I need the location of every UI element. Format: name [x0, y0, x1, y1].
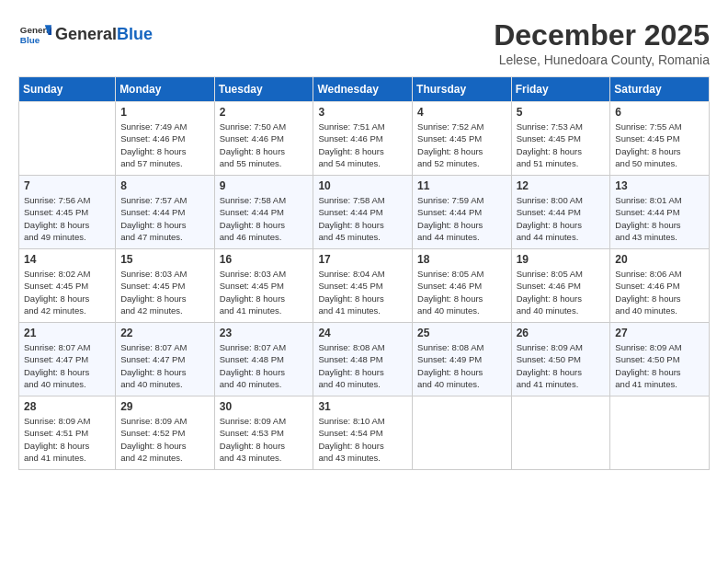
day-cell: 26Sunrise: 8:09 AMSunset: 4:50 PMDayligh… [511, 323, 610, 396]
day-cell [511, 396, 610, 470]
day-cell: 12Sunrise: 8:00 AMSunset: 4:44 PMDayligh… [511, 176, 610, 249]
day-cell: 4Sunrise: 7:52 AMSunset: 4:45 PMDaylight… [413, 102, 512, 176]
day-number: 13 [615, 179, 704, 192]
day-cell: 18Sunrise: 8:05 AMSunset: 4:46 PMDayligh… [413, 249, 512, 323]
day-cell: 2Sunrise: 7:50 AMSunset: 4:46 PMDaylight… [214, 102, 313, 176]
logo-icon: General Blue [18, 18, 51, 52]
day-info: Sunrise: 8:08 AMSunset: 4:48 PMDaylight:… [318, 341, 407, 390]
day-number: 5 [517, 106, 606, 119]
day-cell [19, 102, 116, 176]
weekday-header-tuesday: Tuesday [214, 77, 313, 102]
day-info: Sunrise: 8:07 AMSunset: 4:48 PMDaylight:… [220, 341, 309, 390]
day-number: 9 [220, 179, 309, 192]
day-cell: 6Sunrise: 7:55 AMSunset: 4:45 PMDaylight… [610, 102, 710, 176]
day-cell: 1Sunrise: 7:49 AMSunset: 4:46 PMDaylight… [116, 102, 215, 176]
day-info: Sunrise: 7:58 AMSunset: 4:44 PMDaylight:… [220, 194, 309, 243]
day-number: 19 [517, 253, 606, 266]
day-info: Sunrise: 8:07 AMSunset: 4:47 PMDaylight:… [120, 341, 210, 390]
day-cell: 24Sunrise: 8:08 AMSunset: 4:48 PMDayligh… [313, 323, 413, 396]
weekday-header-friday: Friday [511, 77, 610, 102]
header: General Blue GeneralBlue December 2025 L… [18, 18, 710, 67]
weekday-header-thursday: Thursday [413, 77, 512, 102]
day-number: 28 [24, 400, 110, 413]
day-number: 8 [120, 179, 210, 192]
day-info: Sunrise: 7:58 AMSunset: 4:44 PMDaylight:… [318, 194, 407, 243]
day-number: 21 [24, 327, 110, 339]
day-cell: 17Sunrise: 8:04 AMSunset: 4:45 PMDayligh… [313, 249, 413, 323]
day-info: Sunrise: 8:06 AMSunset: 4:46 PMDaylight:… [615, 268, 704, 316]
day-cell: 30Sunrise: 8:09 AMSunset: 4:53 PMDayligh… [214, 396, 313, 470]
day-info: Sunrise: 8:04 AMSunset: 4:45 PMDaylight:… [318, 268, 407, 316]
day-number: 4 [417, 106, 506, 119]
day-number: 23 [220, 327, 309, 339]
day-cell: 14Sunrise: 8:02 AMSunset: 4:45 PMDayligh… [19, 249, 116, 323]
day-info: Sunrise: 7:50 AMSunset: 4:46 PMDaylight:… [220, 121, 309, 169]
day-info: Sunrise: 8:08 AMSunset: 4:49 PMDaylight:… [417, 341, 506, 390]
day-number: 16 [220, 253, 309, 266]
week-row-1: 1Sunrise: 7:49 AMSunset: 4:46 PMDaylight… [19, 102, 710, 176]
day-cell: 10Sunrise: 7:58 AMSunset: 4:44 PMDayligh… [313, 176, 413, 249]
day-cell: 16Sunrise: 8:03 AMSunset: 4:45 PMDayligh… [214, 249, 313, 323]
weekday-header-sunday: Sunday [19, 77, 116, 102]
day-cell: 22Sunrise: 8:07 AMSunset: 4:47 PMDayligh… [116, 323, 215, 396]
day-number: 3 [318, 106, 407, 119]
day-cell [413, 396, 512, 470]
location-title: Lelese, Hunedoara County, Romania [494, 52, 710, 67]
logo: General Blue GeneralBlue [18, 18, 153, 52]
weekday-header-row: SundayMondayTuesdayWednesdayThursdayFrid… [19, 77, 710, 102]
day-cell: 13Sunrise: 8:01 AMSunset: 4:44 PMDayligh… [610, 176, 710, 249]
day-number: 7 [24, 179, 110, 192]
day-cell: 3Sunrise: 7:51 AMSunset: 4:46 PMDaylight… [313, 102, 413, 176]
logo-text: GeneralBlue [55, 26, 153, 44]
day-cell: 27Sunrise: 8:09 AMSunset: 4:50 PMDayligh… [610, 323, 710, 396]
day-info: Sunrise: 7:49 AMSunset: 4:46 PMDaylight:… [120, 121, 210, 169]
day-number: 20 [615, 253, 704, 266]
title-area: December 2025 Lelese, Hunedoara County, … [494, 18, 710, 67]
day-number: 27 [615, 327, 704, 339]
day-info: Sunrise: 7:53 AMSunset: 4:45 PMDaylight:… [517, 121, 606, 169]
day-number: 17 [318, 253, 407, 266]
month-title: December 2025 [494, 18, 710, 52]
day-number: 31 [318, 400, 407, 413]
day-cell [610, 396, 710, 470]
day-info: Sunrise: 7:59 AMSunset: 4:44 PMDaylight:… [417, 194, 506, 243]
day-info: Sunrise: 8:09 AMSunset: 4:50 PMDaylight:… [615, 341, 704, 390]
day-number: 25 [417, 327, 506, 339]
day-cell: 23Sunrise: 8:07 AMSunset: 4:48 PMDayligh… [214, 323, 313, 396]
day-info: Sunrise: 8:09 AMSunset: 4:53 PMDaylight:… [220, 415, 309, 464]
weekday-header-saturday: Saturday [610, 77, 710, 102]
day-cell: 7Sunrise: 7:56 AMSunset: 4:45 PMDaylight… [19, 176, 116, 249]
day-info: Sunrise: 8:09 AMSunset: 4:51 PMDaylight:… [24, 415, 110, 464]
day-info: Sunrise: 8:09 AMSunset: 4:50 PMDaylight:… [517, 341, 606, 390]
day-cell: 15Sunrise: 8:03 AMSunset: 4:45 PMDayligh… [116, 249, 215, 323]
logo-blue: Blue [117, 25, 153, 43]
week-row-5: 28Sunrise: 8:09 AMSunset: 4:51 PMDayligh… [19, 396, 710, 470]
day-cell: 31Sunrise: 8:10 AMSunset: 4:54 PMDayligh… [313, 396, 413, 470]
day-cell: 9Sunrise: 7:58 AMSunset: 4:44 PMDaylight… [214, 176, 313, 249]
day-number: 15 [120, 253, 210, 266]
day-cell: 8Sunrise: 7:57 AMSunset: 4:44 PMDaylight… [116, 176, 215, 249]
day-number: 2 [220, 106, 309, 119]
week-row-4: 21Sunrise: 8:07 AMSunset: 4:47 PMDayligh… [19, 323, 710, 396]
day-info: Sunrise: 7:52 AMSunset: 4:45 PMDaylight:… [417, 121, 506, 169]
day-info: Sunrise: 7:56 AMSunset: 4:45 PMDaylight:… [24, 194, 110, 243]
day-info: Sunrise: 8:05 AMSunset: 4:46 PMDaylight:… [417, 268, 506, 316]
day-number: 30 [220, 400, 309, 413]
day-cell: 20Sunrise: 8:06 AMSunset: 4:46 PMDayligh… [610, 249, 710, 323]
day-number: 29 [120, 400, 210, 413]
day-number: 14 [24, 253, 110, 266]
day-number: 22 [120, 327, 210, 339]
day-number: 6 [615, 106, 704, 119]
day-cell: 25Sunrise: 8:08 AMSunset: 4:49 PMDayligh… [413, 323, 512, 396]
day-number: 11 [417, 179, 506, 192]
day-number: 18 [417, 253, 506, 266]
day-number: 26 [517, 327, 606, 339]
day-info: Sunrise: 7:51 AMSunset: 4:46 PMDaylight:… [318, 121, 407, 169]
day-info: Sunrise: 8:03 AMSunset: 4:45 PMDaylight:… [120, 268, 210, 316]
weekday-header-monday: Monday [116, 77, 215, 102]
day-number: 12 [517, 179, 606, 192]
day-cell: 11Sunrise: 7:59 AMSunset: 4:44 PMDayligh… [413, 176, 512, 249]
day-info: Sunrise: 8:07 AMSunset: 4:47 PMDaylight:… [24, 341, 110, 390]
day-info: Sunrise: 8:05 AMSunset: 4:46 PMDaylight:… [517, 268, 606, 316]
day-info: Sunrise: 8:10 AMSunset: 4:54 PMDaylight:… [318, 415, 407, 464]
